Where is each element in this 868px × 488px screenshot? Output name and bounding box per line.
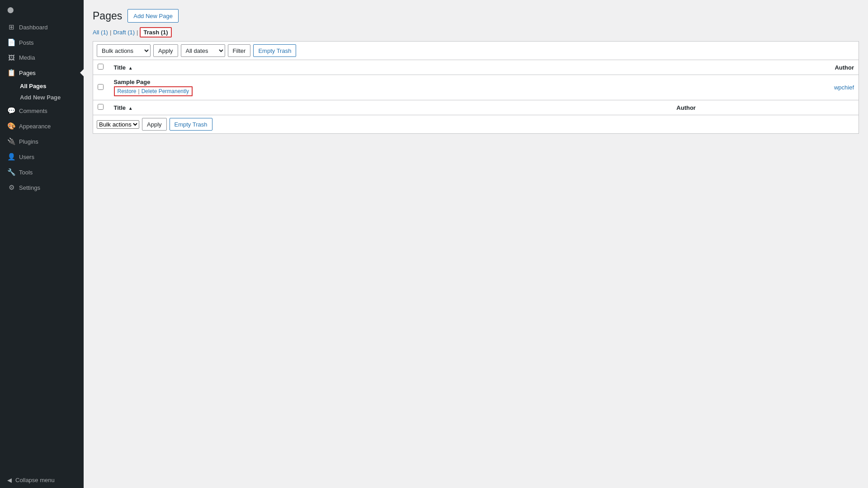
page-title-link[interactable]: Sample Page [114,79,151,85]
sidebar-item-dashboard[interactable]: ⊞ Dashboard [0,19,84,35]
footer-checkbox-col [93,100,109,115]
sidebar-logo: ⬤ [0,0,84,19]
sidebar-item-label: Media [19,54,35,61]
sidebar-item-label: Pages [19,70,36,76]
table-footer-row: Title ▲ Author [93,100,859,115]
filter-sep-1: | [110,29,111,36]
apply-bottom-button[interactable]: Apply [142,118,167,131]
appearance-icon: 🎨 [7,122,15,130]
comments-icon: 💬 [7,107,15,115]
filter-sep-2: | [137,29,138,36]
footer-title-col[interactable]: Title ▲ [109,100,672,115]
apply-top-button[interactable]: Apply [153,44,178,57]
header-author-col: Author [672,60,859,75]
bottom-toolbar: Bulk actions Apply Empty Trash [93,115,859,134]
sidebar: ⬤ ⊞ Dashboard 📄 Posts 🖼 Media 📋 Pages Al… [0,0,84,488]
sidebar-subitem-add-new-page[interactable]: Add New Page [16,92,84,103]
row-title-cell: Sample Page Restore | Delete Permanently [109,75,672,100]
empty-trash-bottom-button[interactable]: Empty Trash [170,118,212,131]
settings-icon: ⚙ [7,183,15,192]
sidebar-item-settings[interactable]: ⚙ Settings [0,180,84,195]
collapse-icon: ◀ [7,477,12,483]
bulk-actions-top-select[interactable]: Bulk actions [97,44,151,57]
add-new-page-button[interactable]: Add New Page [127,9,179,23]
sidebar-item-comments[interactable]: 💬 Comments [0,103,84,118]
row-author-cell[interactable]: wpchief [672,75,859,100]
tools-icon: 🔧 [7,168,15,176]
select-all-bottom-checkbox[interactable] [98,104,104,110]
pages-table: Title ▲ Author Sample Page Restore | [93,60,859,115]
table-row: Sample Page Restore | Delete Permanently… [93,75,859,100]
collapse-label: Collapse menu [15,477,55,483]
sidebar-subitem-all-pages[interactable]: All Pages [16,80,84,92]
sidebar-item-media[interactable]: 🖼 Media [0,50,84,65]
select-all-checkbox[interactable] [98,64,104,70]
plugins-icon: 🔌 [7,137,15,145]
dashboard-icon: ⊞ [7,23,15,31]
sidebar-item-label: Users [19,154,34,160]
top-toolbar: Bulk actions Apply All dates Filter Empt… [93,41,859,60]
dates-filter-select[interactable]: All dates [181,44,225,57]
filter-link-all[interactable]: All (1) [93,29,108,36]
sidebar-item-label: Comments [19,108,47,114]
title-col-label: Title [114,64,126,71]
collapse-menu-button[interactable]: ◀ Collapse menu [0,472,84,488]
restore-link[interactable]: Restore [118,88,137,94]
sort-icon-bottom: ▲ [128,106,133,111]
sidebar-item-pages[interactable]: 📋 Pages [0,65,84,80]
sidebar-item-label: Appearance [19,123,51,130]
pages-arrow [80,69,84,76]
users-icon: 👤 [7,153,15,161]
bulk-actions-bottom-select[interactable]: Bulk actions [97,120,139,129]
empty-trash-top-button[interactable]: Empty Trash [253,44,296,57]
header-title-col[interactable]: Title ▲ [109,60,672,75]
sidebar-item-label: Tools [19,169,33,176]
filter-link-trash[interactable]: Trash (1) [140,27,171,38]
sidebar-item-plugins[interactable]: 🔌 Plugins [0,134,84,149]
main-content: Pages Add New Page All (1) | Draft (1) |… [84,0,868,488]
filter-links: All (1) | Draft (1) | Trash (1) [93,27,859,38]
posts-icon: 📄 [7,38,15,47]
media-icon: 🖼 [7,54,15,61]
header-checkbox-col [93,60,109,75]
sidebar-item-appearance[interactable]: 🎨 Appearance [0,118,84,134]
delete-permanently-link[interactable]: Delete Permanently [142,88,189,94]
sidebar-item-label: Plugins [19,138,38,145]
action-sep: | [138,88,140,94]
sidebar-item-posts[interactable]: 📄 Posts [0,35,84,50]
filter-link-draft[interactable]: Draft (1) [113,29,135,36]
title-footer-label: Title [114,104,126,111]
sidebar-item-label: Dashboard [19,24,48,31]
sidebar-item-label: Posts [19,39,34,46]
filter-button[interactable]: Filter [228,44,251,57]
sidebar-item-label: Settings [19,184,40,191]
page-title-row: Pages Add New Page [93,9,859,23]
footer-author-col: Author [672,100,859,115]
table-header-row: Title ▲ Author [93,60,859,75]
wp-logo-icon: ⬤ [7,6,14,13]
pages-submenu: All Pages Add New Page [0,80,84,103]
sidebar-item-tools[interactable]: 🔧 Tools [0,164,84,180]
sort-icon: ▲ [128,66,133,70]
row-actions: Restore | Delete Permanently [114,86,668,96]
row-actions-box: Restore | Delete Permanently [114,86,193,96]
page-title: Pages [93,10,122,22]
row-checkbox-cell [93,75,109,100]
sidebar-item-users[interactable]: 👤 Users [0,149,84,164]
row-checkbox[interactable] [98,84,104,90]
pages-icon: 📋 [7,69,15,77]
